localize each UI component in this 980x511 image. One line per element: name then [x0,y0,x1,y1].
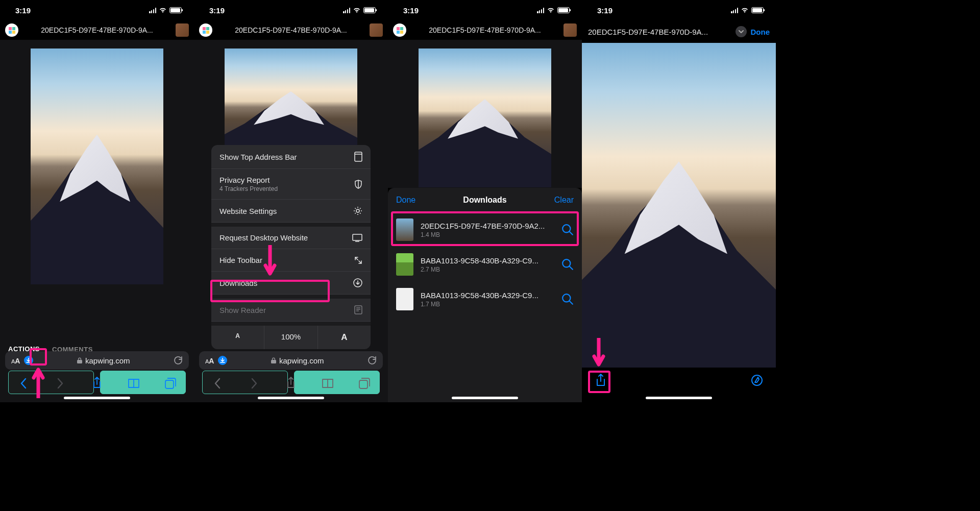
phone-screenshot-3: 3:19 20EDC1F5-D97E-47BE-970D-9A... Done … [388,0,582,402]
preview-viewport[interactable] [582,43,776,368]
menu-privacy-report[interactable]: Privacy Report 4 Trackers Prevented [211,169,371,200]
text-size-increase[interactable]: A [318,326,371,349]
preview-title: 20EDC1F5-D97E-47BE-970D-9A... [588,28,731,36]
magnifier-icon[interactable] [561,258,574,271]
bookmarks-button[interactable] [125,375,142,392]
url-display: kapwing.com [37,356,169,365]
reader-icon [354,305,362,314]
reload-icon[interactable] [174,356,183,365]
phone-screenshot-4: 3:19 20EDC1F5-D97E-47BE-970D-9A... Done [582,0,776,402]
cellular-signal-icon [537,8,544,13]
svg-rect-7 [355,306,362,314]
home-indicator[interactable] [258,397,324,399]
back-button[interactable] [209,375,226,392]
download-filesize: 1.4 MB [421,231,554,238]
user-avatar[interactable] [370,23,383,37]
text-size-control[interactable]: AA [205,356,214,365]
page-header: 20EDC1F5-D97E-47BE-970D-9A... [0,20,194,40]
menu-show-reader: Show Reader [211,295,371,322]
home-indicator[interactable] [646,397,712,399]
battery-icon [751,7,764,13]
kapwing-logo[interactable] [199,23,212,37]
battery-icon [363,7,376,13]
downloads-done-button[interactable]: Done [396,196,415,205]
menu-website-settings[interactable]: Website Settings [211,200,371,223]
back-button[interactable] [15,375,32,392]
cellular-signal-icon [731,8,738,13]
text-size-decrease[interactable]: A [211,326,264,349]
page-settings-menu: Show Top Address Bar Privacy Report 4 Tr… [211,145,371,349]
user-avatar[interactable] [564,23,577,37]
menu-hide-toolbar[interactable]: Hide Toolbar [211,249,371,272]
home-indicator[interactable] [64,397,130,399]
shield-icon [354,180,362,189]
url-domain: kapwing.com [279,356,324,365]
status-bar: 3:19 [194,0,388,20]
preview-done-button[interactable]: Done [751,28,770,36]
menu-label: Website Settings [219,207,277,215]
status-time: 3:19 [209,6,225,15]
cellular-signal-icon [149,8,156,13]
status-bar: 3:19 [388,0,582,20]
markup-button[interactable] [748,372,766,389]
share-button[interactable] [592,372,609,389]
lock-icon [271,357,276,364]
url-display: kapwing.com [231,356,363,365]
page-content-peek [388,40,582,188]
phone-screenshot-1: 3:19 20EDC1F5-D97E-47BE-970D-9A... ACTIO… [0,0,194,402]
wifi-icon [353,7,361,13]
share-button[interactable] [88,375,106,392]
wifi-icon [547,7,555,13]
share-button[interactable] [282,375,300,392]
preview-header: 20EDC1F5-D97E-47BE-970D-9A... Done [582,20,776,43]
page-header: 20EDC1F5-D97E-47BE-970D-9A... [194,20,388,40]
download-item[interactable]: 20EDC1F5-D97E-47BE-970D-9A2... 1.4 MB [388,212,582,247]
tabs-button[interactable] [356,375,373,392]
svg-point-15 [752,375,762,385]
svg-rect-11 [359,380,368,388]
user-avatar[interactable] [176,23,189,37]
magnifier-icon[interactable] [561,224,574,236]
download-item[interactable]: BABA1013-9C58-430B-A329-C9... 1.7 MB [388,282,582,317]
bookmarks-button[interactable] [319,375,336,392]
page-title: 20EDC1F5-D97E-47BE-970D-9A... [216,26,365,34]
text-size-control[interactable]: AA [11,356,20,365]
page-title: 20EDC1F5-D97E-47BE-970D-9A... [22,26,172,34]
menu-sublabel: 4 Trackers Prevented [219,185,278,192]
download-item[interactable]: BABA1013-9C58-430B-A329-C9... 2.7 MB [388,247,582,282]
desktop-icon [352,234,362,242]
menu-request-desktop[interactable]: Request Desktop Website [211,223,371,249]
downloads-clear-button[interactable]: Clear [554,196,574,205]
downloads-list: 20EDC1F5-D97E-47BE-970D-9A2... 1.4 MB BA… [388,212,582,317]
kapwing-logo[interactable] [393,23,406,37]
url-domain: kapwing.com [85,356,130,365]
download-filename: 20EDC1F5-D97E-47BE-970D-9A2... [421,222,554,230]
lock-icon [77,357,82,364]
kapwing-logo[interactable] [5,23,18,37]
text-size-value: 100% [264,326,317,349]
downloads-badge-icon[interactable] [218,356,227,365]
menu-text-size-row: A 100% A [211,322,371,349]
menu-label: Show Reader [219,306,266,314]
menu-downloads[interactable]: Downloads [211,272,371,295]
download-thumbnail [396,218,413,241]
menu-show-top-address-bar[interactable]: Show Top Address Bar [211,145,371,169]
magnifier-icon[interactable] [561,293,574,305]
reload-icon[interactable] [368,356,377,365]
download-filename: BABA1013-9C58-430B-A329-C9... [421,256,554,265]
status-indicators [731,7,764,13]
tabs-button[interactable] [162,375,179,392]
url-pill[interactable]: AA kapwing.com [199,351,383,370]
downloads-title: Downloads [388,196,582,205]
expand-icon [354,256,362,264]
forward-button [246,375,263,392]
downloads-badge-icon[interactable] [24,356,33,365]
status-time: 3:19 [403,6,419,15]
cellular-signal-icon [343,8,350,13]
download-thumbnail [396,288,413,310]
safari-toolbar [194,372,388,402]
title-chevron-button[interactable] [736,26,747,37]
home-indicator[interactable] [452,397,518,399]
menu-label: Hide Toolbar [219,256,262,264]
url-pill[interactable]: AA kapwing.com [5,351,189,370]
